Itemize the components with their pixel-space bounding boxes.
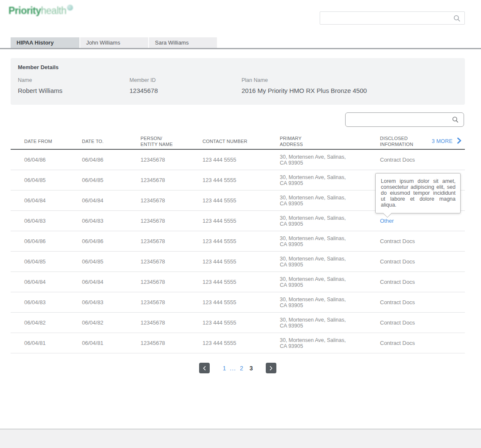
table-row: 06/04/8606/04/8612345678123 444 555530, … bbox=[11, 231, 465, 252]
cell-contact-number: 123 444 5555 bbox=[203, 218, 280, 224]
field-value: Robert Williams bbox=[18, 87, 129, 94]
cell-date-from: 06/04/83 bbox=[24, 218, 82, 224]
member-field-plan-name: Plan Name 2016 My Priority HMO RX Plus B… bbox=[242, 77, 458, 94]
cell-date-from: 06/04/83 bbox=[24, 299, 82, 305]
cell-contact-number: 123 444 5555 bbox=[203, 299, 280, 305]
cell-person-entity: 12345678 bbox=[141, 218, 203, 224]
cell-person-entity: 12345678 bbox=[141, 238, 203, 244]
cell-disclosed-information: Contract Docs bbox=[380, 279, 465, 285]
cell-contact-number: 123 444 5555 bbox=[203, 279, 280, 285]
field-value: 2016 My Priority HMO RX Plus Bronze 4500 bbox=[242, 87, 458, 94]
more-columns-link[interactable]: 3 MORE bbox=[432, 134, 462, 149]
field-label: Plan Name bbox=[242, 77, 458, 83]
cell-disclosed-information: Contract Docs bbox=[380, 340, 465, 346]
table-row: 06/04/8106/04/8112345678123 444 555530, … bbox=[11, 333, 465, 353]
page-link[interactable]: 1 bbox=[222, 365, 226, 372]
next-page-button[interactable] bbox=[266, 363, 276, 373]
cell-date-to: 06/04/83 bbox=[82, 299, 141, 305]
tab-bar: HIPAA HistoryJohn WilliamsSara Williams bbox=[11, 37, 217, 48]
cell-address: 30, Mortensen Ave, Salinas, CA 93905 bbox=[280, 256, 349, 268]
cell-person-entity: 12345678 bbox=[141, 157, 203, 163]
cell-date-to: 06/04/86 bbox=[82, 157, 141, 163]
tab-bar-underline bbox=[0, 48, 481, 49]
cell-date-to: 06/04/85 bbox=[82, 258, 141, 265]
cell-date-from: 06/04/84 bbox=[24, 279, 82, 285]
col-header-primary-address: PRIMARYADDRESS bbox=[280, 135, 380, 147]
cell-date-to: 06/04/82 bbox=[82, 319, 141, 326]
col-header-date-from: DATE FROM bbox=[24, 138, 82, 144]
member-details-panel: Member Details Name Robert Williams Memb… bbox=[11, 58, 465, 105]
cell-contact-number: 123 444 5555 bbox=[203, 238, 280, 244]
col-header-date-to: DATE TO. bbox=[82, 138, 141, 144]
table-row: 06/04/8406/04/8412345678123 444 555530, … bbox=[11, 272, 465, 292]
disclosed-text: Contract Docs bbox=[380, 299, 415, 305]
cell-date-from: 06/04/81 bbox=[24, 340, 82, 346]
disclosed-text: Contract Docs bbox=[380, 279, 415, 285]
cell-person-entity: 12345678 bbox=[141, 279, 203, 285]
prev-page-button[interactable] bbox=[199, 363, 210, 373]
cell-address: 30, Mortensen Ave, Salinas, CA 93905 bbox=[280, 174, 349, 186]
tab-sara-williams[interactable]: Sara Williams bbox=[149, 37, 217, 48]
member-details-title: Member Details bbox=[18, 64, 458, 70]
page-link[interactable]: 2 bbox=[240, 365, 243, 372]
cell-contact-number: 123 444 5555 bbox=[203, 177, 280, 183]
cell-person-entity: 12345678 bbox=[141, 299, 203, 305]
table-row: 06/04/8306/04/8312345678123 444 555530, … bbox=[11, 211, 465, 231]
search-icon[interactable] bbox=[451, 116, 459, 126]
field-value: 12345678 bbox=[129, 87, 242, 94]
cell-person-entity: 12345678 bbox=[141, 197, 203, 204]
cell-date-from: 06/04/84 bbox=[24, 197, 82, 204]
table-row: 06/04/8206/04/8212345678123 444 555530, … bbox=[11, 313, 465, 333]
cell-date-to: 06/04/81 bbox=[82, 340, 141, 346]
member-details-fields: Name Robert Williams Member ID 12345678 … bbox=[18, 77, 458, 94]
cell-address: 30, Mortensen Ave, Salinas, CA 93905 bbox=[280, 276, 349, 288]
member-field-member-id: Member ID 12345678 bbox=[129, 77, 242, 94]
chevron-right-icon bbox=[456, 137, 462, 145]
cell-disclosed-information: Contract Docs bbox=[380, 299, 465, 305]
page-ellipsis: ... bbox=[230, 365, 236, 372]
table-header-row: DATE FROM DATE TO. PERSON/ENTITY NAME CO… bbox=[11, 134, 465, 150]
cell-date-to: 06/04/84 bbox=[82, 279, 141, 285]
tab-hipaa-history[interactable]: HIPAA History bbox=[11, 37, 79, 48]
cell-person-entity: 12345678 bbox=[141, 258, 203, 265]
more-columns-label: 3 MORE bbox=[432, 138, 453, 144]
disclosed-text: Contract Docs bbox=[380, 340, 415, 346]
disclosed-text: Contract Docs bbox=[380, 319, 415, 326]
app-logo: Priorityhealth bbox=[8, 5, 73, 17]
cell-date-from: 06/04/85 bbox=[24, 177, 82, 183]
cell-date-to: 06/04/84 bbox=[82, 197, 141, 204]
hipaa-history-table: DATE FROM DATE TO. PERSON/ENTITY NAME CO… bbox=[11, 134, 465, 353]
cell-contact-number: 123 444 5555 bbox=[203, 258, 280, 265]
cell-disclosed-information: Contract Docs bbox=[380, 238, 465, 244]
cell-address: 30, Mortensen Ave, Salinas, CA 93905 bbox=[280, 297, 349, 308]
pagination: 1...23 bbox=[11, 363, 465, 373]
cell-disclosed-information: Contract Docs bbox=[380, 258, 465, 265]
cell-date-from: 06/04/82 bbox=[24, 319, 82, 326]
cell-address: 30, Mortensen Ave, Salinas, CA 93905 bbox=[280, 154, 349, 166]
cell-date-to: 06/04/85 bbox=[82, 177, 141, 183]
field-label: Member ID bbox=[129, 77, 242, 83]
app-logo-light: health bbox=[41, 5, 67, 16]
logo-mark-icon bbox=[67, 5, 73, 11]
cell-address: 30, Mortensen Ave, Salinas, CA 93905 bbox=[280, 317, 349, 329]
cell-date-from: 06/04/85 bbox=[24, 258, 82, 265]
disclosed-other-link[interactable]: Other bbox=[380, 218, 394, 224]
search-icon[interactable] bbox=[453, 14, 461, 24]
page-footer bbox=[0, 428, 481, 448]
app-logo-bold: Priority bbox=[8, 5, 41, 16]
page-list: 1...23 bbox=[222, 365, 253, 372]
cell-person-entity: 12345678 bbox=[141, 340, 203, 346]
tab-john-williams[interactable]: John Williams bbox=[80, 37, 148, 48]
member-field-name: Name Robert Williams bbox=[18, 77, 129, 94]
cell-contact-number: 123 444 5555 bbox=[203, 319, 280, 326]
cell-contact-number: 123 444 5555 bbox=[203, 197, 280, 204]
table-search-input[interactable] bbox=[349, 113, 448, 127]
global-search-input[interactable] bbox=[323, 12, 452, 25]
table-row: 06/04/8606/04/8612345678123 444 555530, … bbox=[11, 150, 465, 170]
cell-disclosed-information: Other bbox=[380, 218, 465, 224]
page-current: 3 bbox=[250, 365, 253, 372]
cell-disclosed-information: Contract Docs bbox=[380, 319, 465, 326]
cell-person-entity: 12345678 bbox=[141, 177, 203, 183]
cell-address: 30, Mortensen Ave, Salinas, CA 93905 bbox=[280, 195, 349, 207]
cell-date-to: 06/04/83 bbox=[82, 218, 141, 224]
